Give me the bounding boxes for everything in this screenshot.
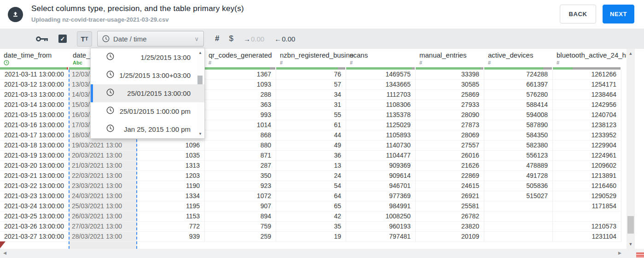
cell-date_time_from[interactable]: 2021-03-22 13:00:00 <box>0 181 69 191</box>
cell-scans[interactable]: 984991 <box>346 201 416 211</box>
date-format-select[interactable]: Date / time ∨ <box>97 31 204 47</box>
cell-bluetooth_active_24_hr_[interactable]: 1290529 <box>553 191 621 201</box>
cell-bluetooth_active_24_hr_[interactable]: 1213891 <box>553 171 621 181</box>
cell-scans[interactable]: 1135378 <box>346 110 416 120</box>
currency-type-button[interactable]: $ <box>229 34 233 43</box>
cell-manual_entries[interactable]: 27933 <box>416 100 484 110</box>
cell-nzbn_registered_busine[interactable]: 55 <box>276 110 346 120</box>
cell-nzbn_registered_busine[interactable]: 57 <box>276 80 346 90</box>
cell-nzbn_registered_busine[interactable]: 42 <box>276 211 346 222</box>
cell-bluetooth_active_24_hr_[interactable]: 1240704 <box>553 110 621 120</box>
cell-date_time_from[interactable]: 2021-03-15 13:00:00 <box>0 110 69 120</box>
cell-date_time_from[interactable]: 2021-03-27 13:00:00 <box>0 232 69 242</box>
cell-manual_entries[interactable]: 30585 <box>416 80 484 90</box>
column-header-manual_entries[interactable]: manual_entries# <box>416 49 484 70</box>
cell-hidden[interactable]: 1203 <box>137 171 205 181</box>
cell-nzbn_registered_busine[interactable]: 36 <box>276 151 346 161</box>
scroll-left-icon[interactable]: ◀ <box>3 251 6 255</box>
cell-qr_codes_generated[interactable]: 871 <box>205 151 276 161</box>
primary-key-icon[interactable] <box>36 35 48 42</box>
cell-qr_codes_generated[interactable]: 759 <box>205 222 276 232</box>
cell-bluetooth_active_24_hr_[interactable]: 1210573 <box>553 222 621 232</box>
back-button[interactable]: BACK <box>560 5 596 23</box>
vertical-scrollbar[interactable]: ▲ ▼ <box>627 49 635 249</box>
cell-active_devices[interactable]: 505836 <box>484 181 553 191</box>
date-format-option[interactable]: Jan 25, 2015 1:00 pm <box>91 120 204 138</box>
cell-bluetooth_active_24_hr_[interactable]: 1229904 <box>553 141 621 151</box>
cell-manual_entries[interactable]: 20109 <box>416 232 484 242</box>
increase-precision-button[interactable]: → 0.00 <box>244 35 264 43</box>
cell-manual_entries[interactable]: 22869 <box>416 171 484 181</box>
cell-manual_entries[interactable]: 26782 <box>416 211 484 222</box>
cell-qr_codes_generated[interactable]: 288 <box>205 90 276 100</box>
cell-hidden[interactable]: 939 <box>137 232 205 242</box>
next-button[interactable]: NEXT <box>603 5 634 23</box>
cell-bluetooth_active_24_hr_[interactable]: 1224961 <box>553 151 621 161</box>
cell-scans[interactable]: 946701 <box>346 181 416 191</box>
column-header-bluetooth_active_24_hr_[interactable]: bluetooth_active_24_hr_# <box>553 49 621 70</box>
cell-scans[interactable]: 909614 <box>346 171 416 181</box>
column-header-date_time_from[interactable]: date_time_from <box>0 49 69 70</box>
cell-manual_entries[interactable]: 23820 <box>416 222 484 232</box>
cell-date_time_from[interactable]: 2021-03-13 13:00:00 <box>0 90 69 100</box>
cell-nzbn_registered_busine[interactable]: 65 <box>276 201 346 211</box>
cell-bluetooth_active_24_hr_[interactable]: 1238464 <box>553 90 621 100</box>
cell-scans[interactable]: 1125029 <box>346 120 416 130</box>
cell-qr_codes_generated[interactable]: 894 <box>205 211 276 222</box>
cell-manual_entries[interactable]: 27557 <box>416 141 484 151</box>
column-header-nzbn_registered_busine[interactable]: nzbn_registered_busine# <box>276 49 346 70</box>
cell-bluetooth_active_24_hr_[interactable]: 1233952 <box>553 130 621 141</box>
cell-scans[interactable]: 1008250 <box>346 211 416 222</box>
cell-manual_entries[interactable]: 26921 <box>416 191 484 201</box>
cell-manual_entries[interactable]: 33398 <box>416 70 484 80</box>
cell-bluetooth_active_24_hr_[interactable] <box>553 211 621 222</box>
number-type-button[interactable]: # <box>215 34 219 43</box>
cell-scans[interactable]: 960193 <box>346 222 416 232</box>
cell-bluetooth_active_24_hr_[interactable]: 1261266 <box>553 70 621 80</box>
column-header-qr_codes_generated[interactable]: qr_codes_generated# <box>205 49 276 70</box>
cell-scans[interactable]: 1469575 <box>346 70 416 80</box>
cell-active_devices[interactable]: 724288 <box>484 70 553 80</box>
cell-manual_entries[interactable]: 25581 <box>416 201 484 211</box>
cell-active_devices[interactable] <box>484 232 553 242</box>
date-format-option[interactable]: 1/25/2015 13:00 <box>91 48 204 66</box>
cell-scans[interactable]: 977369 <box>346 191 416 201</box>
scroll-up-icon[interactable]: ▲ <box>627 51 635 56</box>
date-format-option[interactable]: 25/01/2015 1:00:00 pm <box>91 102 204 120</box>
cell-active_devices[interactable]: 576280 <box>484 90 553 100</box>
cell-date_t[interactable]: 19/03/2021 13:00 <box>69 141 137 151</box>
cell-date_t[interactable]: 20/03/2021 13:00 <box>69 151 137 161</box>
scroll-down-icon[interactable]: ▼ <box>627 242 635 246</box>
cell-nzbn_registered_busine[interactable]: 13 <box>276 161 346 171</box>
cell-hidden[interactable]: 1153 <box>137 211 205 222</box>
cell-nzbn_registered_busine[interactable]: 76 <box>276 70 346 80</box>
cell-scans[interactable]: 1140730 <box>346 141 416 151</box>
cell-nzbn_registered_busine[interactable]: 64 <box>276 191 346 201</box>
cell-date_time_from[interactable]: 2021-03-19 13:00:00 <box>0 151 69 161</box>
cell-date_t[interactable]: 21/03/2021 13:00 <box>69 161 137 171</box>
cell-bluetooth_active_24_hr_[interactable]: 1171854 <box>553 201 621 211</box>
cell-active_devices[interactable]: 478889 <box>484 161 553 171</box>
cell-active_devices[interactable]: 594008 <box>484 110 553 120</box>
date-format-option[interactable]: 1/25/2015 13:00+03:00 <box>91 66 204 84</box>
cell-bluetooth_active_24_hr_[interactable]: 1216460 <box>553 181 621 191</box>
cell-active_devices[interactable] <box>484 211 553 222</box>
cell-active_devices[interactable] <box>484 222 553 232</box>
cell-hidden[interactable]: 772 <box>137 222 205 232</box>
cell-qr_codes_generated[interactable]: 1072 <box>205 191 276 201</box>
cell-hidden[interactable]: 1096 <box>137 141 205 151</box>
cell-manual_entries[interactable]: 27873 <box>416 120 484 130</box>
cell-scans[interactable]: 1105893 <box>346 130 416 141</box>
cell-active_devices[interactable]: 491728 <box>484 171 553 181</box>
cell-qr_codes_generated[interactable]: 1014 <box>205 120 276 130</box>
cell-date_time_from[interactable]: 2021-03-12 13:00:00 <box>0 80 69 90</box>
cell-manual_entries[interactable]: 21626 <box>416 161 484 171</box>
column-header-scans[interactable]: scans# <box>346 49 416 70</box>
cell-date_t[interactable]: 24/03/2021 13:00 <box>69 191 137 201</box>
cell-scans[interactable]: 1112703 <box>346 90 416 100</box>
cell-hidden[interactable]: 1313 <box>137 161 205 171</box>
cell-qr_codes_generated[interactable]: 923 <box>205 181 276 191</box>
cell-nzbn_registered_busine[interactable]: 24 <box>276 171 346 181</box>
cell-date_t[interactable]: 23/03/2021 13:00 <box>69 181 137 191</box>
cell-manual_entries[interactable]: 26016 <box>416 151 484 161</box>
